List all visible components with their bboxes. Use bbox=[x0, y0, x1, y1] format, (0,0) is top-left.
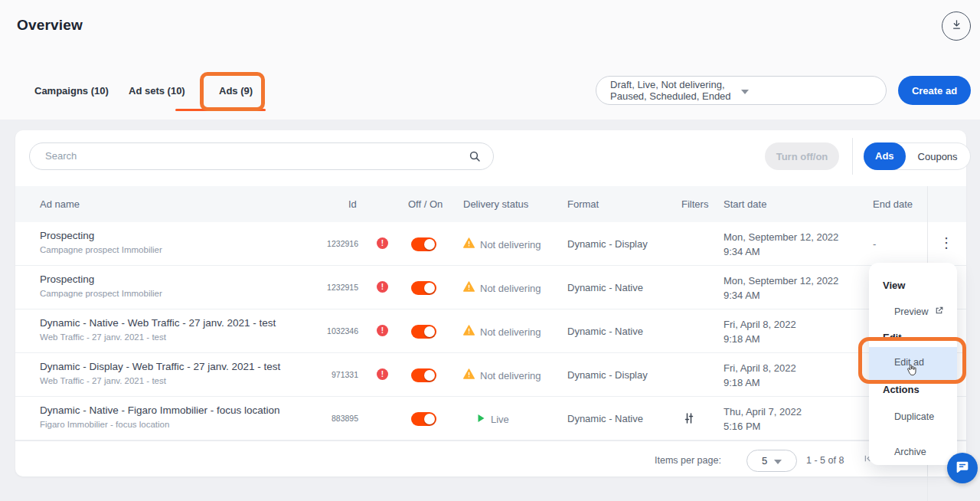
chat-icon bbox=[954, 459, 971, 478]
table-footer: Items per page: 5 1 - 5 of 8 bbox=[15, 440, 966, 476]
ad-name-cell: Dynamic - Native - Figaro Immobilier - f… bbox=[40, 404, 280, 429]
start-date: Mon, September 12, 2022 bbox=[724, 273, 838, 288]
download-icon bbox=[950, 18, 963, 34]
delivery-status-cell: Not delivering bbox=[463, 325, 541, 339]
delivery-status-cell: Live bbox=[463, 412, 509, 426]
ad-name: Dynamic - Native - Web Traffic - 27 janv… bbox=[40, 317, 276, 329]
ad-name-cell: Prospecting Campagne prospect Immobilier bbox=[40, 230, 162, 254]
menu-header-edit: Edit bbox=[883, 332, 902, 343]
tab-ad-sets[interactable]: Ad sets (10) bbox=[129, 85, 185, 97]
chat-fab-button[interactable] bbox=[947, 453, 978, 483]
toggle-ads[interactable]: Ads bbox=[864, 142, 906, 170]
format-text: Dynamic - Native bbox=[567, 282, 643, 293]
start-date-cell: Fri, April 8, 2022 9:18 AM bbox=[724, 317, 796, 346]
ad-parent-name: Campagne prospect Immobilier bbox=[40, 289, 162, 298]
ad-id: 1232915 bbox=[299, 283, 358, 292]
search-input[interactable] bbox=[45, 143, 466, 169]
start-date: Fri, April 8, 2022 bbox=[724, 361, 796, 375]
items-per-page-value: 5 bbox=[762, 455, 767, 467]
start-time: 9:34 AM bbox=[724, 288, 838, 303]
col-off-on: Off / On bbox=[408, 198, 443, 210]
menu-header-actions: Actions bbox=[883, 384, 920, 395]
ad-name: Dynamic - Native - Figaro Immobilier - f… bbox=[40, 404, 280, 416]
col-delivery-status: Delivery status bbox=[463, 198, 528, 210]
search-box bbox=[29, 142, 494, 170]
menu-item-duplicate[interactable]: Duplicate bbox=[894, 411, 934, 422]
delivery-status-text: Live bbox=[491, 414, 509, 425]
col-end-date: End date bbox=[873, 198, 913, 210]
ads-table-card: Turn off/on Ads Coupons Ad name Id Off /… bbox=[15, 130, 966, 476]
menu-item-preview[interactable]: Preview bbox=[894, 306, 944, 318]
delivery-status-text: Not delivering bbox=[480, 283, 541, 294]
start-time: 9:18 AM bbox=[724, 375, 796, 390]
format-text: Dynamic - Native bbox=[567, 413, 643, 424]
delivery-status-cell: Not delivering bbox=[463, 368, 541, 382]
status-filter-value: Draft, Live, Not delivering, Paused, Sch… bbox=[610, 79, 741, 102]
off-on-toggle[interactable] bbox=[411, 412, 436, 426]
menu-item-archive[interactable]: Archive bbox=[894, 447, 926, 457]
delivery-status-cell: Not delivering bbox=[463, 237, 541, 251]
tab-ads[interactable]: Ads (9) bbox=[219, 85, 253, 97]
ads-coupons-toggle: Ads Coupons bbox=[864, 142, 971, 170]
warning-icon bbox=[463, 325, 475, 339]
turn-off-on-button[interactable]: Turn off/on bbox=[765, 142, 839, 170]
ad-name-cell: Dynamic - Native - Web Traffic - 27 janv… bbox=[40, 317, 276, 342]
start-date: Mon, September 12, 2022 bbox=[724, 230, 838, 244]
warning-icon bbox=[463, 237, 475, 251]
error-icon: ! bbox=[377, 325, 388, 336]
end-date: - bbox=[873, 238, 876, 250]
off-on-toggle[interactable] bbox=[411, 325, 436, 339]
start-date-cell: Thu, April 7, 2022 5:16 PM bbox=[724, 404, 802, 434]
toggle-coupons[interactable]: Coupons bbox=[906, 151, 970, 162]
active-tab-underline bbox=[175, 109, 266, 111]
external-link-icon bbox=[934, 306, 944, 318]
start-date: Thu, April 7, 2022 bbox=[724, 404, 802, 419]
format-text: Dynamic - Display bbox=[567, 369, 648, 381]
delivery-status-text: Not delivering bbox=[480, 239, 541, 250]
items-per-page-dropdown[interactable]: 5 bbox=[746, 450, 797, 472]
create-ad-button[interactable]: Create ad bbox=[898, 76, 971, 105]
chevron-down-icon bbox=[774, 455, 782, 467]
warning-icon bbox=[463, 281, 475, 295]
ad-name-cell: Dynamic - Display - Web Traffic - 27 jan… bbox=[40, 361, 280, 385]
delivery-status-text: Not delivering bbox=[480, 326, 541, 338]
toolbar-divider bbox=[852, 138, 853, 175]
hand-cursor-icon bbox=[906, 364, 918, 379]
start-time: 9:18 AM bbox=[724, 332, 796, 346]
ad-name: Prospecting bbox=[40, 273, 162, 285]
off-on-toggle[interactable] bbox=[411, 368, 436, 382]
tab-campaigns[interactable]: Campaigns (10) bbox=[34, 85, 109, 97]
ad-parent-name: Web Traffic - 27 janv. 2021 - test bbox=[40, 376, 280, 385]
menu-item-preview-label: Preview bbox=[894, 306, 928, 317]
kebab-menu-icon[interactable]: ⋮ bbox=[937, 233, 956, 253]
menu-header-view: View bbox=[883, 280, 905, 291]
status-filter-dropdown[interactable]: Draft, Live, Not delivering, Paused, Sch… bbox=[596, 76, 887, 105]
ad-name: Prospecting bbox=[40, 230, 162, 241]
start-date-cell: Fri, April 8, 2022 9:18 AM bbox=[724, 361, 796, 390]
ad-name-cell: Prospecting Campagne prospect Immobilier bbox=[40, 273, 162, 298]
search-icon[interactable] bbox=[469, 150, 481, 165]
page-title: Overview bbox=[17, 17, 83, 34]
off-on-toggle[interactable] bbox=[411, 281, 436, 295]
ad-id: 971331 bbox=[299, 370, 358, 379]
ad-id: 883895 bbox=[299, 414, 358, 423]
filters-icon[interactable] bbox=[683, 412, 695, 427]
chevron-down-icon bbox=[741, 85, 872, 97]
pagination-range: 1 - 5 of 8 bbox=[806, 455, 844, 466]
ad-name: Dynamic - Display - Web Traffic - 27 jan… bbox=[40, 361, 280, 372]
start-date: Fri, April 8, 2022 bbox=[724, 317, 796, 332]
table-row: Dynamic - Display - Web Traffic - 27 jan… bbox=[15, 353, 966, 397]
error-icon: ! bbox=[377, 237, 388, 249]
col-ad-name: Ad name bbox=[40, 198, 80, 210]
off-on-toggle[interactable] bbox=[411, 237, 436, 251]
ad-id: 1032346 bbox=[299, 326, 358, 336]
ad-parent-name: Web Traffic - 27 janv. 2021 - test bbox=[40, 332, 276, 342]
delivery-status-cell: Not delivering bbox=[463, 281, 541, 295]
start-date-cell: Mon, September 12, 2022 9:34 AM bbox=[724, 273, 838, 303]
start-date-cell: Mon, September 12, 2022 9:34 AM bbox=[724, 230, 838, 259]
table-row: Dynamic - Native - Web Traffic - 27 janv… bbox=[15, 309, 966, 353]
start-time: 9:34 AM bbox=[724, 244, 838, 259]
ad-id: 1232916 bbox=[299, 239, 358, 248]
col-start-date: Start date bbox=[724, 198, 766, 210]
download-button[interactable] bbox=[942, 11, 971, 41]
